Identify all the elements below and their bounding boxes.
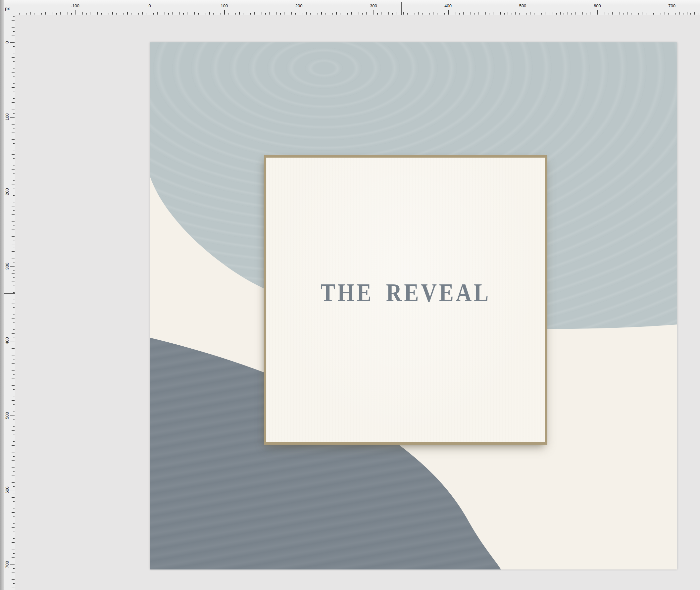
ruler-tick bbox=[12, 348, 15, 349]
ruler-tick bbox=[49, 13, 49, 15]
ruler-tick bbox=[13, 24, 15, 24]
ruler-tick bbox=[217, 12, 217, 15]
ruler-tick bbox=[650, 12, 650, 15]
design-app-window: { "ruler": { "unit_label": "px", "top_la… bbox=[0, 0, 700, 590]
ruler-tick bbox=[13, 136, 15, 136]
ruler-tick bbox=[127, 12, 127, 15]
ruler-tick bbox=[12, 587, 15, 587]
ruler-tick bbox=[131, 13, 131, 15]
ruler-tick bbox=[560, 12, 560, 15]
ruler-tick bbox=[504, 13, 504, 15]
ruler-tick bbox=[385, 13, 385, 15]
ruler-tick bbox=[638, 13, 639, 15]
ruler-tick bbox=[265, 13, 266, 15]
ruler-tick bbox=[53, 12, 53, 15]
ruler-tick bbox=[254, 12, 254, 15]
ruler-tick bbox=[500, 12, 501, 15]
ruler-tick bbox=[317, 13, 318, 15]
ruler-tick bbox=[12, 57, 15, 58]
ruler-tick bbox=[105, 12, 105, 15]
ruler-tick bbox=[407, 13, 407, 15]
ruler-tick bbox=[690, 13, 691, 15]
ruler-tick bbox=[12, 497, 15, 498]
ruler-tick bbox=[590, 12, 590, 15]
artboard-canvas[interactable]: THE REVEAL bbox=[150, 42, 677, 570]
ruler-tick bbox=[422, 13, 422, 15]
card-title[interactable]: THE REVEAL bbox=[287, 280, 524, 306]
top-ruler[interactable]: -1000100200300400500600700 bbox=[0, 0, 700, 15]
ruler-tick bbox=[12, 281, 15, 281]
ruler-tick bbox=[12, 199, 15, 199]
ruler-tick bbox=[336, 12, 336, 15]
ruler-tick bbox=[206, 13, 206, 15]
ruler-tick bbox=[627, 12, 627, 15]
ruler-tick bbox=[247, 12, 247, 15]
top-ruler-number: 300 bbox=[370, 3, 377, 8]
ruler-tick bbox=[277, 12, 277, 15]
ruler-tick bbox=[556, 13, 557, 15]
ruler-tick bbox=[13, 419, 15, 419]
ruler-tick bbox=[19, 13, 19, 15]
ruler-tick bbox=[411, 12, 411, 15]
ruler-tick bbox=[112, 12, 113, 15]
ruler-tick bbox=[568, 12, 568, 15]
ruler-tick bbox=[224, 10, 224, 15]
ruler-tick bbox=[665, 12, 665, 15]
ruler-tick bbox=[172, 12, 173, 15]
ruler-tick bbox=[288, 13, 288, 15]
design-card[interactable]: THE REVEAL bbox=[264, 155, 547, 445]
ruler-tick bbox=[12, 438, 15, 438]
ruler-tick bbox=[135, 12, 135, 15]
ruler-tick bbox=[12, 35, 15, 35]
ruler-tick bbox=[534, 13, 534, 15]
ruler-tick bbox=[191, 13, 191, 15]
ruler-tick bbox=[13, 538, 15, 539]
ruler-tick bbox=[482, 13, 482, 15]
ruler-tick bbox=[583, 12, 583, 15]
ruler-tick bbox=[13, 240, 15, 240]
top-ruler-number: 600 bbox=[594, 3, 601, 8]
ruler-tick bbox=[56, 13, 57, 15]
ruler-tick bbox=[13, 46, 15, 46]
ruler-tick bbox=[497, 13, 497, 15]
ruler-tick bbox=[12, 124, 15, 125]
ruler-tick bbox=[161, 13, 161, 15]
ruler-tick bbox=[10, 192, 15, 192]
ruler-tick bbox=[13, 561, 15, 561]
ruler-tick bbox=[13, 98, 15, 99]
ruler-tick bbox=[13, 210, 15, 211]
ruler-tick bbox=[657, 12, 657, 15]
ruler-tick bbox=[12, 572, 15, 573]
ruler-tick bbox=[418, 12, 418, 15]
ruler-tick bbox=[13, 173, 15, 173]
ruler-tick bbox=[13, 546, 15, 546]
ruler-tick bbox=[13, 61, 15, 61]
ruler-tick bbox=[12, 274, 15, 274]
ruler-tick bbox=[68, 12, 68, 15]
ruler-tick bbox=[623, 13, 624, 15]
ruler-tick bbox=[13, 263, 15, 263]
top-ruler-number: 700 bbox=[668, 3, 676, 8]
ruler-tick bbox=[10, 42, 15, 43]
ruler-tick bbox=[303, 13, 303, 15]
ruler-tick bbox=[64, 13, 64, 15]
ruler-tick bbox=[220, 13, 221, 15]
ruler-tick bbox=[13, 486, 15, 487]
ruler-tick bbox=[12, 505, 15, 505]
ruler-tick bbox=[601, 13, 601, 15]
ruler-tick bbox=[13, 449, 15, 449]
ruler-tick bbox=[672, 10, 672, 15]
ruler-tick bbox=[291, 12, 292, 15]
ruler-tick bbox=[12, 289, 15, 289]
ruler-tick bbox=[609, 13, 609, 15]
ruler-tick bbox=[13, 143, 15, 143]
ruler-tick bbox=[12, 132, 15, 132]
ruler-tick bbox=[429, 13, 430, 15]
ruler-tick bbox=[38, 12, 38, 15]
ruler-tick bbox=[13, 106, 15, 106]
ruler-tick bbox=[661, 13, 661, 15]
window-edge-strip bbox=[0, 0, 4, 590]
ruler-tick bbox=[452, 13, 452, 15]
ruler-tick bbox=[12, 72, 15, 73]
top-ruler-number: 500 bbox=[519, 3, 526, 8]
